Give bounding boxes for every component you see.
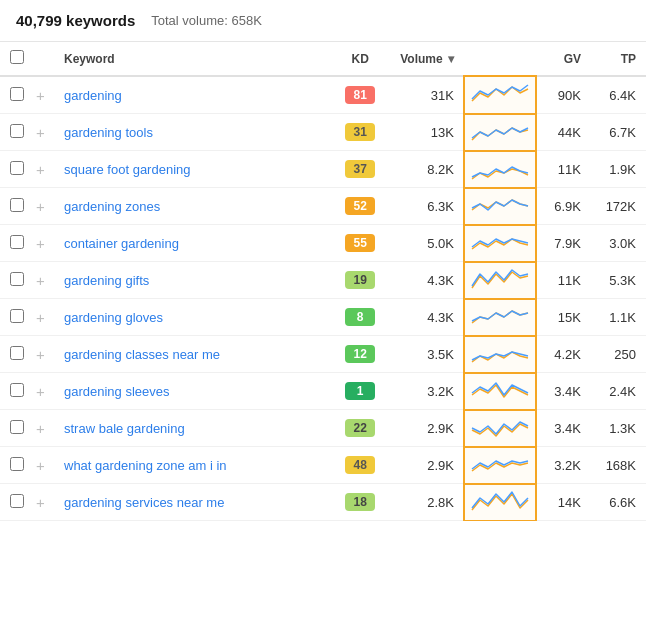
row-kd-cell: 81 (330, 76, 390, 114)
row-tp-cell: 250 (591, 336, 646, 373)
add-icon[interactable]: + (36, 161, 45, 178)
add-icon[interactable]: + (36, 309, 45, 326)
table-row: + gardening zones 52 6.3K 6.9K 172K (0, 188, 646, 225)
row-gv-cell: 7.9K (536, 225, 591, 262)
row-checkbox[interactable] (10, 87, 24, 101)
row-checkbox[interactable] (10, 420, 24, 434)
row-trend-cell (464, 484, 536, 521)
row-checkbox-cell (0, 188, 34, 225)
row-gv-cell: 11K (536, 262, 591, 299)
keyword-link[interactable]: straw bale gardening (64, 421, 185, 436)
col-keyword: Keyword (54, 42, 330, 76)
table-row: + gardening 81 31K 90K 6.4K (0, 76, 646, 114)
row-add-cell[interactable]: + (34, 484, 54, 521)
row-checkbox[interactable] (10, 309, 24, 323)
col-trend (464, 42, 536, 76)
keyword-link[interactable]: gardening tools (64, 125, 153, 140)
add-icon[interactable]: + (36, 420, 45, 437)
row-volume-cell: 2.9K (390, 410, 464, 447)
row-volume-cell: 13K (390, 114, 464, 151)
row-add-cell[interactable]: + (34, 299, 54, 336)
row-volume-cell: 2.9K (390, 447, 464, 484)
col-check (0, 42, 34, 76)
keyword-link[interactable]: what gardening zone am i in (64, 458, 227, 473)
keyword-link[interactable]: container gardening (64, 236, 179, 251)
row-add-cell[interactable]: + (34, 262, 54, 299)
row-tp-cell: 1.3K (591, 410, 646, 447)
row-tp-cell: 6.7K (591, 114, 646, 151)
row-add-cell[interactable]: + (34, 447, 54, 484)
row-gv-cell: 3.4K (536, 373, 591, 410)
keywords-count: 40,799 keywords (16, 12, 135, 29)
col-add (34, 42, 54, 76)
row-add-cell[interactable]: + (34, 188, 54, 225)
row-keyword-cell: gardening gloves (54, 299, 330, 336)
kd-badge: 37 (345, 160, 375, 178)
row-add-cell[interactable]: + (34, 410, 54, 447)
row-add-cell[interactable]: + (34, 76, 54, 114)
row-add-cell[interactable]: + (34, 373, 54, 410)
keyword-link[interactable]: gardening gifts (64, 273, 149, 288)
row-gv-cell: 6.9K (536, 188, 591, 225)
row-gv-cell: 15K (536, 299, 591, 336)
add-icon[interactable]: + (36, 124, 45, 141)
add-icon[interactable]: + (36, 346, 45, 363)
select-all-checkbox[interactable] (10, 50, 24, 64)
row-gv-cell: 3.4K (536, 410, 591, 447)
row-checkbox-cell (0, 225, 34, 262)
row-trend-cell (464, 151, 536, 188)
row-trend-cell (464, 447, 536, 484)
row-trend-cell (464, 410, 536, 447)
row-add-cell[interactable]: + (34, 151, 54, 188)
table-row: + gardening sleeves 1 3.2K 3.4K 2.4K (0, 373, 646, 410)
row-checkbox[interactable] (10, 235, 24, 249)
row-add-cell[interactable]: + (34, 114, 54, 151)
row-checkbox[interactable] (10, 198, 24, 212)
row-keyword-cell: gardening zones (54, 188, 330, 225)
row-checkbox[interactable] (10, 494, 24, 508)
table-row: + container gardening 55 5.0K 7.9K 3.0K (0, 225, 646, 262)
keywords-table: Keyword KD Volume ▾ GV TP + gardening 81… (0, 42, 646, 521)
add-icon[interactable]: + (36, 87, 45, 104)
keyword-link[interactable]: gardening services near me (64, 495, 224, 510)
kd-badge: 1 (345, 382, 375, 400)
keyword-link[interactable]: square foot gardening (64, 162, 190, 177)
row-volume-cell: 8.2K (390, 151, 464, 188)
row-checkbox[interactable] (10, 161, 24, 175)
kd-badge: 22 (345, 419, 375, 437)
add-icon[interactable]: + (36, 494, 45, 511)
row-keyword-cell: what gardening zone am i in (54, 447, 330, 484)
keyword-link[interactable]: gardening zones (64, 199, 160, 214)
keyword-link[interactable]: gardening (64, 88, 122, 103)
row-tp-cell: 3.0K (591, 225, 646, 262)
sort-arrow: ▾ (448, 52, 454, 66)
row-kd-cell: 31 (330, 114, 390, 151)
row-checkbox[interactable] (10, 383, 24, 397)
add-icon[interactable]: + (36, 272, 45, 289)
keyword-link[interactable]: gardening gloves (64, 310, 163, 325)
row-keyword-cell: gardening classes near me (54, 336, 330, 373)
row-tp-cell: 168K (591, 447, 646, 484)
table-header: 40,799 keywords Total volume: 658K (0, 0, 646, 42)
table-row: + gardening tools 31 13K 44K 6.7K (0, 114, 646, 151)
keyword-link[interactable]: gardening sleeves (64, 384, 170, 399)
row-checkbox[interactable] (10, 124, 24, 138)
keyword-link[interactable]: gardening classes near me (64, 347, 220, 362)
add-icon[interactable]: + (36, 383, 45, 400)
row-checkbox[interactable] (10, 346, 24, 360)
table-row: + what gardening zone am i in 48 2.9K 3.… (0, 447, 646, 484)
col-kd: KD (330, 42, 390, 76)
row-kd-cell: 52 (330, 188, 390, 225)
row-add-cell[interactable]: + (34, 225, 54, 262)
row-checkbox-cell (0, 484, 34, 521)
row-checkbox-cell (0, 114, 34, 151)
add-icon[interactable]: + (36, 235, 45, 252)
col-volume[interactable]: Volume ▾ (390, 42, 464, 76)
row-checkbox[interactable] (10, 457, 24, 471)
row-checkbox[interactable] (10, 272, 24, 286)
add-icon[interactable]: + (36, 457, 45, 474)
row-add-cell[interactable]: + (34, 336, 54, 373)
add-icon[interactable]: + (36, 198, 45, 215)
row-keyword-cell: gardening gifts (54, 262, 330, 299)
row-gv-cell: 44K (536, 114, 591, 151)
